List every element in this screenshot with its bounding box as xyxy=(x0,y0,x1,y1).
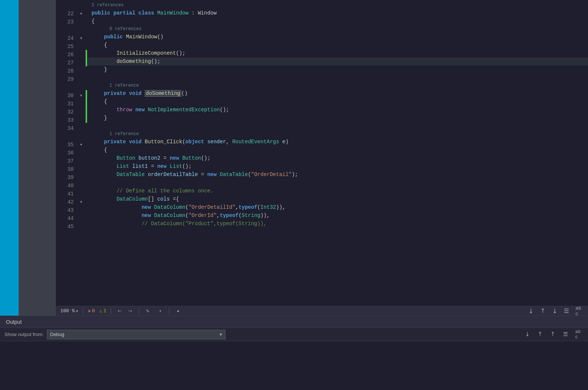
annotation-button[interactable]: ✎ xyxy=(144,307,152,315)
fold-22[interactable]: ▼ xyxy=(78,10,84,18)
fold-28 xyxy=(78,67,84,75)
code-view: 22 23 24 25 26 27 28 29 30 31 32 33 34 xyxy=(56,0,588,306)
line-num-30: 30 xyxy=(56,92,74,100)
line-32-content: throw new NotImplementedException(); xyxy=(92,106,229,114)
code-line-23: { xyxy=(87,17,588,25)
code-line-44: new DataColumn("OrderId",typeof(String))… xyxy=(87,211,588,220)
code-line-38: List list1 = new List(); xyxy=(87,162,588,170)
output-source-dropdown[interactable]: Debug ▾ xyxy=(47,330,226,339)
line-num-33: 33 xyxy=(56,116,74,124)
status-bar: 100 % ▾ ✕ 0 ⚠ 1 ← → ✎ ▾ ◂ xyxy=(56,306,588,316)
code-line-41: // Define all the columns once. xyxy=(87,187,588,195)
line-num-40: 40 xyxy=(56,182,74,190)
status-actions: ⤓ ⤒ ⤓ ☰ abc xyxy=(525,307,584,315)
action-btn-3[interactable]: ⤓ xyxy=(549,307,560,315)
line-num-34: 34 xyxy=(56,124,74,132)
line-num-29: 29 xyxy=(56,75,74,83)
code-line-45: // DataColumn("Product",typeof(String)), xyxy=(87,220,588,228)
main-area: 22 23 24 25 26 27 28 29 30 31 32 33 34 xyxy=(0,0,588,316)
action-btn-4[interactable]: ☰ xyxy=(561,307,572,315)
output-title: Output xyxy=(6,319,22,325)
ref-line-top: 2 references xyxy=(87,1,588,9)
left-sidebar xyxy=(0,0,19,316)
line-num-25: 25 xyxy=(56,42,74,51)
code-line-39: DataTable orderDetailTable = new DataTab… xyxy=(87,170,588,179)
line-23-content: { xyxy=(92,17,95,25)
line-45-content: // DataColumn("Product",typeof(String)), xyxy=(92,220,266,228)
fold-31 xyxy=(78,100,84,108)
line-num-24: 24 xyxy=(56,34,74,42)
fold-40 xyxy=(78,182,84,190)
line-num-35: 35 xyxy=(56,141,74,149)
line-num-27: 27 xyxy=(56,59,74,67)
activity-bar xyxy=(19,0,56,316)
action-btn-2[interactable]: ⤒ xyxy=(537,307,548,315)
line-41-content: // Define all the columns once. xyxy=(92,187,214,195)
scroll-left-button[interactable]: ◂ xyxy=(174,307,182,315)
fold-42[interactable]: ▼ xyxy=(78,198,84,206)
zoom-dropdown-icon[interactable]: ▾ xyxy=(76,308,79,314)
show-output-label: Show output from: xyxy=(4,332,44,337)
line-35-content: private void Button_Click(object sender,… xyxy=(92,138,288,146)
line-24-content: public MainWindow() xyxy=(92,33,163,41)
fold-45 xyxy=(78,223,84,231)
output-action-1[interactable]: ⤓ xyxy=(522,329,533,340)
output-action-5[interactable]: abc xyxy=(572,329,584,340)
fold-ref1 xyxy=(78,83,84,92)
line-num-44: 44 xyxy=(56,214,74,223)
code-line-40 xyxy=(87,179,588,187)
ref-line-1: 1 reference xyxy=(87,82,588,89)
warning-icon: ⚠ xyxy=(99,308,102,314)
line-numbers: 22 23 24 25 26 27 28 29 30 31 32 33 34 xyxy=(56,0,78,306)
output-action-3[interactable]: ⤒ xyxy=(547,329,558,340)
ref-line-0: 0 references xyxy=(87,25,588,33)
line-37-content: Button button2 = new Button(); xyxy=(92,154,210,162)
forward-button[interactable]: → xyxy=(126,307,134,315)
code-line-30: private void doSomething() xyxy=(87,89,588,98)
fold-30[interactable]: ▼ xyxy=(78,92,84,100)
fold-24[interactable]: ▼ xyxy=(78,34,84,42)
line-ref-0 xyxy=(56,26,74,34)
fold-44 xyxy=(78,214,84,223)
fold-35[interactable]: ▼ xyxy=(78,141,84,149)
fold-34 xyxy=(78,124,84,132)
code-line-33: } xyxy=(87,114,588,122)
fold-25 xyxy=(78,42,84,51)
back-button[interactable]: ← xyxy=(116,307,124,315)
fold-26 xyxy=(78,51,84,59)
line-num-45: 45 xyxy=(56,223,74,231)
code-line-22: public partial class MainWindow : Window xyxy=(87,9,588,17)
ref-line-spacer xyxy=(56,1,74,10)
line-22-content: public partial class MainWindow : Window xyxy=(92,9,217,17)
output-panel: Output Show output from: Debug ▾ ⤓ ⤒ ⤒ ☰… xyxy=(0,316,588,390)
zoom-control[interactable]: 100 % ▾ xyxy=(60,308,79,314)
line-num-38: 38 xyxy=(56,165,74,173)
output-action-2[interactable]: ⤒ xyxy=(534,329,546,340)
code-line-32: throw new NotImplementedException(); xyxy=(87,106,588,114)
action-btn-5[interactable]: abc xyxy=(573,307,584,315)
fold-column: ▼ ▼ ▼ ▼ xyxy=(78,0,86,306)
editor-content: 22 23 24 25 26 27 28 29 30 31 32 33 34 xyxy=(56,0,588,306)
code-line-24: public MainWindow() xyxy=(87,33,588,41)
divider-2 xyxy=(111,308,111,314)
line-27-content: doSomething(); xyxy=(92,57,160,65)
nav-buttons: ← → xyxy=(116,307,134,315)
line-44-content: new DataColumn("OrderId",typeof(String))… xyxy=(92,211,270,220)
line-ref-1 xyxy=(56,83,74,92)
fold-ref2 xyxy=(78,132,84,141)
fold-41 xyxy=(78,190,84,198)
annotation-dropdown[interactable]: ▾ xyxy=(156,307,164,315)
line-33-content: } xyxy=(92,114,107,122)
code-line-28: } xyxy=(87,65,588,74)
fold-spacer xyxy=(78,1,84,10)
action-btn-1[interactable]: ⤓ xyxy=(525,307,536,315)
line-25-content: { xyxy=(92,41,107,49)
line-num-36: 36 xyxy=(56,149,74,157)
fold-27 xyxy=(78,59,84,67)
line-num-31: 31 xyxy=(56,100,74,108)
divider-4 xyxy=(169,308,169,314)
fold-29 xyxy=(78,75,84,83)
output-action-4[interactable]: ☰ xyxy=(560,329,571,340)
code-lines: 2 references public partial class MainWi… xyxy=(87,0,588,306)
code-line-25: { xyxy=(87,41,588,49)
